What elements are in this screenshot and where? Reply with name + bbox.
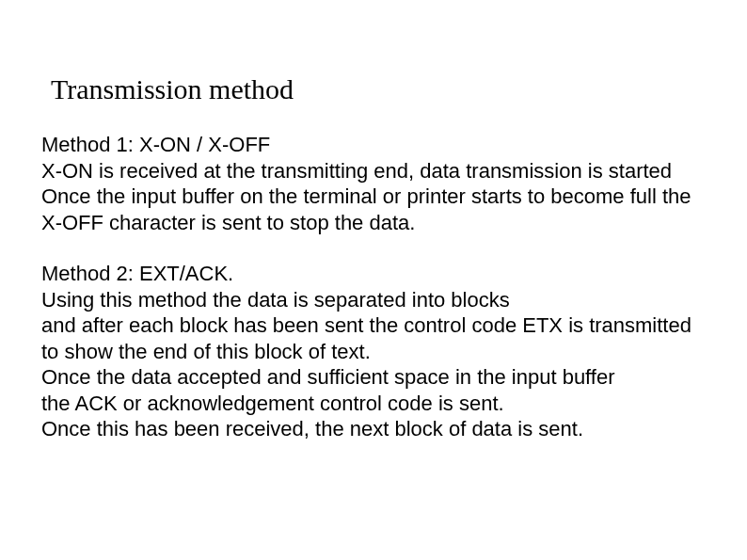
method1-line2: Once the input buffer on the terminal or… <box>41 184 706 235</box>
method1-line1: X-ON is received at the transmitting end… <box>41 158 706 184</box>
method2-line1: Using this method the data is separated … <box>41 287 706 313</box>
method2-line5: the ACK or acknowledgement control code … <box>41 391 706 417</box>
slide-title: Transmission method <box>51 73 294 105</box>
method2-line4: Once the data accepted and sufficient sp… <box>41 364 706 391</box>
method2-line6: Once this has been received, the next bl… <box>41 416 706 442</box>
slide-body: Method 1: X-ON / X-OFF X-ON is received … <box>41 132 706 442</box>
method2-line3: to show the end of this block of text. <box>41 339 706 365</box>
method2-line2: and after each block has been sent the c… <box>41 312 706 339</box>
method1-heading: Method 1: X-ON / X-OFF <box>41 132 706 158</box>
paragraph-gap <box>41 235 706 261</box>
method2-heading: Method 2: EXT/ACK. <box>41 261 706 287</box>
slide: Transmission method Method 1: X-ON / X-O… <box>0 0 747 560</box>
